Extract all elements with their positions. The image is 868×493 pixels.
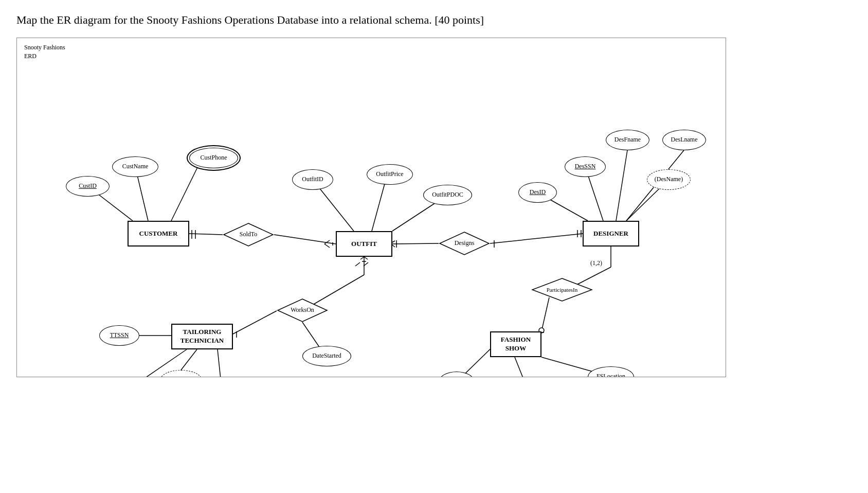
diagram-label: Snooty Fashions ERD — [24, 43, 65, 61]
svg-line-38 — [541, 297, 549, 331]
entity-tailoring-technician: TAILORINGTECHNICIAN — [171, 324, 233, 349]
attr-fslocation: FSLocation — [588, 366, 634, 377]
entity-outfit: OUTFIT — [336, 231, 392, 257]
attr-desname: (DesName) — [647, 169, 691, 190]
attr-deslname: DesLname — [662, 130, 706, 150]
rel-designs: Designs — [439, 231, 490, 256]
attr-custid: CustID — [66, 176, 110, 197]
attr-desid: DesID — [518, 182, 557, 203]
svg-line-26 — [360, 257, 364, 259]
svg-line-3 — [189, 234, 223, 235]
svg-line-32 — [181, 349, 197, 370]
attr-ttssn: TTSSN — [99, 325, 139, 346]
rel-participatesin: ParticipatesIn — [531, 277, 593, 302]
attr-ttname: (TTName) — [160, 370, 202, 377]
svg-line-7 — [324, 240, 330, 244]
attr-outfitprice: OutfitPrice — [367, 164, 413, 185]
entity-customer: CUSTOMER — [128, 221, 189, 246]
attr-fsid: FSID — [439, 372, 475, 377]
diagram-label-line1: Snooty Fashions — [24, 44, 65, 51]
question-title: Map the ER diagram for the Snooty Fashio… — [16, 12, 852, 28]
svg-line-8 — [324, 244, 330, 248]
er-diagram: Snooty Fashions ERD — [16, 38, 726, 377]
svg-line-13 — [392, 243, 439, 244]
rel-workson: WorksOn — [277, 298, 328, 323]
attr-custphone: CustPhone — [189, 148, 238, 168]
rel-soldto: SoldTo — [223, 222, 274, 247]
svg-line-29 — [233, 311, 277, 334]
attr-datestarted: DateStarted — [302, 346, 351, 366]
cardinality-12: (1,2) — [590, 259, 602, 267]
svg-line-21 — [616, 150, 627, 221]
entity-designer: DESIGNER — [583, 221, 639, 246]
svg-line-27 — [364, 257, 368, 259]
svg-line-45 — [364, 262, 368, 266]
attr-custname: CustName — [112, 156, 158, 177]
entity-fashion-show: FASHIONSHOW — [490, 331, 541, 357]
attr-desssn: DesSSN — [565, 156, 606, 177]
svg-line-15 — [490, 234, 583, 243]
svg-line-42 — [515, 357, 523, 377]
attr-outfitid: OutfitID — [292, 169, 333, 190]
diagram-label-line2: ERD — [24, 52, 37, 60]
svg-line-2 — [171, 158, 202, 221]
attr-desfname: DesFname — [606, 130, 649, 150]
svg-line-6 — [274, 235, 336, 244]
svg-line-44 — [355, 262, 360, 266]
svg-line-34 — [218, 349, 222, 377]
attr-outfitpdoc: OutfitPDOC — [423, 185, 472, 205]
